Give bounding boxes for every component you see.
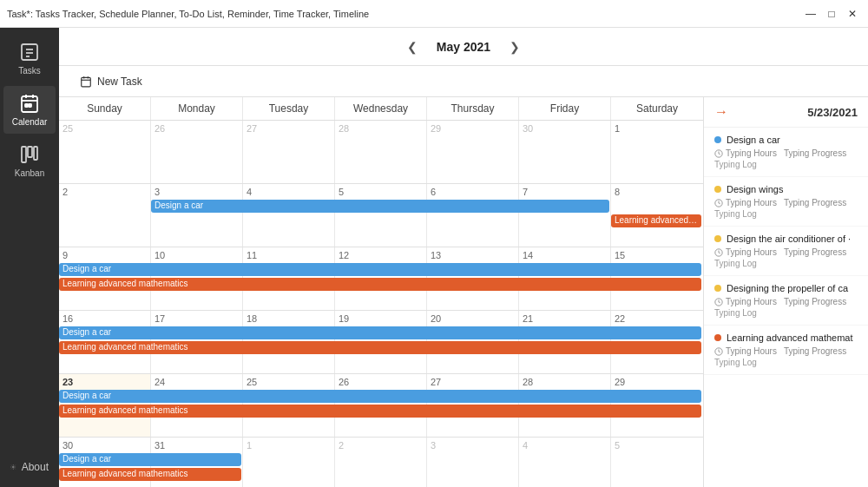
calendar-cell-w5d5[interactable]: 4 (519, 438, 611, 487)
day-number-w2d1: 10 (155, 250, 240, 260)
calendar-week-1: 2345678Design a carLearning advanced mat… (59, 184, 703, 247)
calendar-cell-w0d2[interactable]: 27 (243, 121, 335, 183)
calendar-header: Sunday Monday Tuesday Wednesday Thursday… (59, 97, 703, 121)
header-sunday: Sunday (59, 97, 151, 120)
calendar-cell-w4d1[interactable]: 24 (151, 374, 243, 437)
calendar-cell-w3d2[interactable]: 18 (243, 311, 335, 373)
tasks-label: Tasks (18, 66, 41, 76)
calendar-cell-w2d6[interactable]: 15 (611, 247, 703, 310)
calendar-cell-w5d1[interactable]: 31 (151, 438, 243, 487)
calendar-cell-w4d0[interactable]: 23 (59, 374, 151, 437)
calendar-cell-w0d3[interactable]: 28 (335, 121, 427, 183)
calendar-cell-w2d4[interactable]: 13 (427, 247, 519, 310)
day-number-w1d0: 2 (62, 187, 148, 197)
calendar-cell-w2d0[interactable]: 9 (59, 247, 151, 310)
maximize-button[interactable]: □ (823, 5, 840, 23)
calendar-cell-w4d6[interactable]: 29 (611, 374, 703, 437)
calendar-cell-w2d5[interactable]: 14 (519, 247, 611, 310)
day-number-w4d3: 26 (339, 377, 424, 387)
calendar-cell-w5d4[interactable]: 3 (427, 438, 519, 487)
calendar-cell-w1d2[interactable]: 4 (243, 184, 335, 247)
calendar-cell-w0d4[interactable]: 29 (427, 121, 519, 183)
calendar-cell-w1d5[interactable]: 7 (519, 184, 611, 247)
typing-log-3: Typing Log (714, 308, 858, 318)
day-number-w5d6: 5 (615, 440, 700, 451)
calendar-cell-w3d6[interactable]: 22 (611, 311, 703, 373)
task-dot-0 (714, 136, 721, 143)
calendar-cell-w5d2[interactable]: 1 (243, 438, 335, 487)
calendar-cell-w3d3[interactable]: 19 (335, 311, 427, 373)
day-number-w4d2: 25 (247, 377, 332, 387)
task-item-4[interactable]: Learning advanced mathematTyping HoursTy… (704, 326, 868, 375)
calendar-small-icon (80, 76, 92, 88)
calendar-cell-w0d6[interactable]: 1 (611, 121, 703, 183)
sidebar-bottom: About (0, 454, 59, 487)
day-number-w2d4: 13 (431, 250, 516, 260)
window-controls: — □ ✕ (802, 5, 861, 23)
calendar-cell-w3d4[interactable]: 20 (427, 311, 519, 373)
new-task-button[interactable]: New Task (73, 72, 149, 91)
calendar-cell-w4d5[interactable]: 28 (519, 374, 611, 437)
calendar-cell-w2d2[interactable]: 11 (243, 247, 335, 310)
header-wednesday: Wednesday (335, 97, 427, 120)
day-number-w5d2: 1 (247, 440, 332, 451)
content-area: ❮ May 2021 ❯ New Task Sunday (59, 28, 868, 487)
day-number-w4d0: 23 (62, 377, 148, 387)
prev-month-button[interactable]: ❮ (402, 36, 423, 57)
calendar-icon (19, 93, 40, 114)
close-button[interactable]: ✕ (844, 5, 861, 23)
day-number-w4d6: 29 (615, 377, 700, 387)
calendar-cell-w3d5[interactable]: 21 (519, 311, 611, 373)
calendar-cell-w1d3[interactable]: 5 (335, 184, 427, 247)
task-item-0[interactable]: Design a carTyping HoursTyping ProgressT… (704, 128, 868, 177)
day-number-w1d3: 5 (339, 187, 424, 197)
task-item-3[interactable]: Designing the propeller of caTyping Hour… (704, 276, 868, 326)
clock-icon-4 (714, 347, 723, 356)
task-dot-2 (714, 235, 721, 242)
calendar-cell-w1d0[interactable]: 2 (59, 184, 151, 247)
calendar-container: Sunday Monday Tuesday Wednesday Thursday… (59, 97, 868, 487)
task-item-2[interactable]: Design the air conditioner of ·Typing Ho… (704, 227, 868, 276)
sidebar-item-calendar[interactable]: Calendar (3, 86, 56, 134)
svg-rect-9 (29, 104, 31, 107)
calendar-week-0: 2526272829301 (59, 121, 703, 184)
calendar-week-4: 23242526272829Design a carLearning advan… (59, 374, 703, 438)
typing-progress-1: Typing Progress (784, 198, 846, 207)
calendar-cell-w5d6[interactable]: 5 (611, 438, 703, 487)
calendar-cell-w3d1[interactable]: 17 (151, 311, 243, 373)
title-bar: Task*: Tasks Tracker, Schedule Planner, … (0, 0, 868, 28)
sidebar-item-tasks[interactable]: Tasks (3, 35, 56, 82)
calendar-cell-w4d3[interactable]: 26 (335, 374, 427, 437)
calendar-cell-w4d4[interactable]: 27 (427, 374, 519, 437)
svg-rect-12 (34, 147, 37, 160)
calendar-cell-w0d1[interactable]: 26 (151, 121, 243, 183)
day-number-w2d6: 15 (615, 250, 700, 260)
typing-hours-3: Typing Hours (726, 297, 777, 306)
minimize-button[interactable]: — (802, 5, 819, 23)
calendar-cell-w1d4[interactable]: 6 (427, 184, 519, 247)
calendar-cell-w1d6[interactable]: 8 (611, 184, 703, 247)
calendar-cell-w2d1[interactable]: 10 (151, 247, 243, 310)
sidebar-item-kanban[interactable]: Kanban (3, 137, 56, 185)
calendar-cell-w3d0[interactable]: 16 (59, 311, 151, 373)
day-number-w2d3: 12 (339, 250, 424, 260)
calendar-cell-w0d5[interactable]: 30 (519, 121, 611, 183)
task-title-2: Design the air conditioner of · (727, 234, 858, 244)
calendar-cell-w2d3[interactable]: 12 (335, 247, 427, 310)
day-number-w3d6: 22 (615, 313, 700, 324)
day-number-w0d3: 28 (339, 123, 424, 134)
calendar-cell-w1d1[interactable]: 3 (151, 184, 243, 247)
calendar-cell-w5d0[interactable]: 30 (59, 438, 151, 487)
task-item-1[interactable]: Design wingsTyping HoursTyping ProgressT… (704, 177, 868, 227)
calendar-cell-w4d2[interactable]: 25 (243, 374, 335, 437)
svg-rect-10 (22, 147, 26, 162)
calendar-cell-w5d3[interactable]: 2 (335, 438, 427, 487)
right-panel: → 5/23/2021 Design a carTyping HoursTypi… (703, 97, 868, 487)
calendar-cell-w0d0[interactable]: 25 (59, 121, 151, 183)
day-number-w4d5: 28 (523, 377, 608, 387)
typing-hours-0: Typing Hours (726, 148, 777, 158)
about-button[interactable]: About (0, 454, 59, 480)
next-month-button[interactable]: ❯ (504, 36, 525, 57)
day-number-w0d5: 30 (523, 123, 608, 134)
kanban-icon (19, 144, 40, 165)
